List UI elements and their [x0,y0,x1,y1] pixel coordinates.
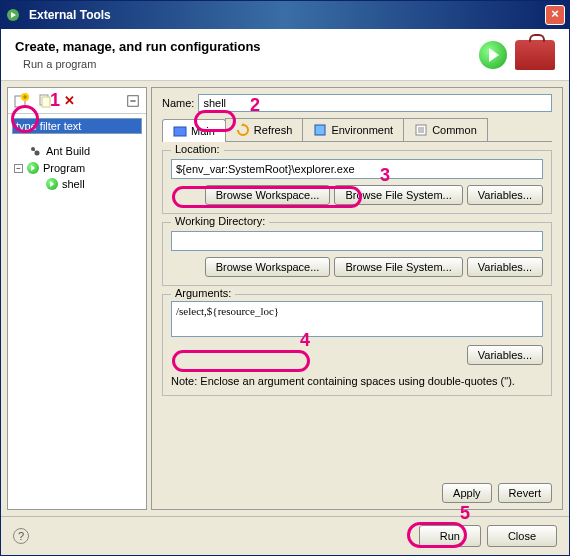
ant-icon [28,144,42,158]
toolbox-icon [515,40,555,70]
tab-label: Main [191,125,215,137]
tab-label: Environment [331,124,393,136]
tab-main[interactable]: Main [162,119,226,142]
app-icon [5,7,21,23]
svg-rect-8 [174,127,186,136]
apply-button[interactable]: Apply [442,483,492,503]
help-icon[interactable]: ? [13,528,29,544]
refresh-icon [236,123,250,137]
common-icon [414,123,428,137]
browse-workspace-button[interactable]: Browse Workspace... [205,185,331,205]
page-title: Create, manage, and run configurations [15,39,261,54]
collapse-icon[interactable]: − [14,164,23,173]
tab-environment[interactable]: Environment [302,118,404,141]
run-button[interactable]: Run [419,525,481,547]
location-input[interactable] [171,159,543,179]
working-dir-label: Working Directory: [171,215,269,227]
working-dir-input[interactable] [171,231,543,251]
name-label: Name: [162,97,194,109]
arguments-label: Arguments: [171,287,235,299]
name-input[interactable] [198,94,552,112]
tree-item-shell[interactable]: shell [10,176,144,192]
copy-config-button[interactable] [36,92,54,110]
svg-rect-9 [315,125,325,135]
tab-label: Refresh [254,124,293,136]
config-panel: Name: Main Refresh Environment [151,87,563,510]
new-config-button[interactable] [12,92,30,110]
page-subtitle: Run a program [23,58,261,70]
location-label: Location: [171,143,224,155]
program-icon [27,162,39,174]
tab-refresh[interactable]: Refresh [225,118,304,141]
variables-button[interactable]: Variables... [467,345,543,365]
browse-workspace-button[interactable]: Browse Workspace... [205,257,331,277]
window-title: External Tools [25,8,545,22]
variables-button[interactable]: Variables... [467,257,543,277]
main-tab-icon [173,124,187,138]
arguments-note: Note: Enclose an argument containing spa… [171,375,543,387]
sidebar: ✕ Ant Build − Program s [7,87,147,510]
variables-button[interactable]: Variables... [467,185,543,205]
arguments-input[interactable] [171,301,543,337]
close-icon[interactable]: × [545,5,565,25]
tree-item-label: Ant Build [46,145,90,157]
close-button[interactable]: Close [487,525,557,547]
svg-rect-4 [42,97,50,107]
delete-config-button[interactable]: ✕ [60,92,78,110]
program-icon [46,178,58,190]
environment-icon [313,123,327,137]
run-big-icon [479,41,507,69]
browse-filesystem-button[interactable]: Browse File System... [334,185,462,205]
tree-item-label: shell [62,178,85,190]
filter-input[interactable] [12,118,142,134]
browse-filesystem-button[interactable]: Browse File System... [334,257,462,277]
tab-label: Common [432,124,477,136]
tree-item-ant[interactable]: Ant Build [10,142,144,160]
tab-common[interactable]: Common [403,118,488,141]
config-tree: Ant Build − Program shell [8,138,146,509]
collapse-all-button[interactable] [124,92,142,110]
tree-item-program[interactable]: − Program [10,160,144,176]
revert-button[interactable]: Revert [498,483,552,503]
tree-item-label: Program [43,162,85,174]
